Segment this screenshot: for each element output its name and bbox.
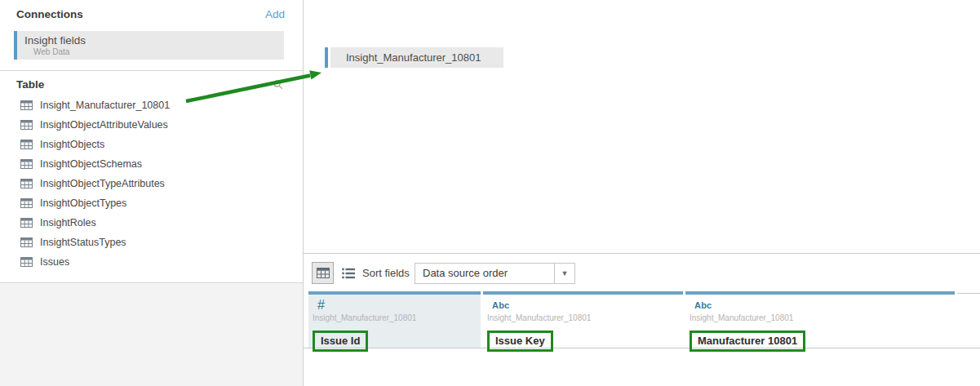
table-icon: [20, 120, 33, 130]
table-icon: [20, 198, 33, 208]
table-list-item[interactable]: InsightObjectTypeAttributes: [20, 174, 299, 193]
table-icon: [20, 100, 33, 110]
table-list-item[interactable]: InsightStatusTypes: [20, 233, 299, 252]
grid-header-row: # Insight_Manufacturer_10801 Issue Id Ab…: [304, 291, 980, 348]
grid-header-spacer: [957, 293, 980, 348]
sidebar-divider: [0, 70, 303, 71]
connections-title: Connections: [16, 8, 83, 20]
column-source: Insight_Manufacturer_10801: [690, 313, 955, 322]
column-source: Insight_Manufacturer_10801: [487, 313, 683, 322]
grid-toolbar: Sort fields Data source order ▼: [304, 254, 980, 291]
number-type-icon: #: [317, 299, 481, 312]
table-icon: [20, 218, 33, 228]
table-name: InsightObjectSchemas: [40, 158, 142, 170]
column-field-name-highlighted[interactable]: Manufacturer 10801: [690, 331, 805, 352]
table-name: InsightStatusTypes: [40, 237, 126, 248]
canvas-table-chip[interactable]: Insight_Manufacturer_10801: [330, 47, 503, 68]
table-list-item[interactable]: Issues: [20, 252, 299, 272]
data-preview-grid: # Insight_Manufacturer_10801 Issue Id Ab…: [304, 291, 980, 386]
table-icon: [20, 257, 33, 267]
connection-item-insight-fields[interactable]: Insight fields Web Data: [14, 31, 284, 60]
table-icon: [20, 179, 33, 189]
left-pane: Connections Add Insight fields Web Data …: [0, 0, 304, 386]
connection-accent-bar: [14, 31, 17, 60]
table-name: InsightObjects: [40, 139, 104, 150]
grid-view-icon: [317, 268, 330, 278]
column-header-issue-key[interactable]: Abc Insight_Manufacturer_10801 Issue Key: [483, 291, 683, 348]
column-field-name-highlighted[interactable]: Issue Key: [487, 331, 553, 352]
table-section-title: Table: [16, 78, 44, 91]
string-type-icon: Abc: [492, 299, 683, 312]
sort-order-dropdown[interactable]: Data source order ▼: [415, 263, 575, 284]
join-canvas: Insight_Manufacturer_10801: [304, 0, 980, 254]
column-field-name-highlighted[interactable]: Issue Id: [313, 331, 368, 352]
chevron-down-icon: ▼: [554, 264, 574, 283]
column-header-issue-id[interactable]: # Insight_Manufacturer_10801 Issue Id: [308, 291, 481, 348]
table-name: Issues: [40, 256, 69, 268]
table-list-item[interactable]: InsightObjectSchemas: [20, 154, 299, 174]
table-icon: [20, 159, 33, 169]
table-chip-accent-bar: [325, 47, 328, 68]
sort-fields-label: Sort fields: [362, 267, 410, 279]
table-list: Insight_Manufacturer_10801 InsightObject…: [20, 95, 299, 272]
add-connection-link[interactable]: Add: [265, 8, 285, 20]
grid-view-button[interactable]: [312, 262, 334, 284]
table-list-item[interactable]: InsightRoles: [20, 213, 299, 233]
table-name: InsightObjectTypes: [40, 197, 126, 209]
connection-type: Web Data: [33, 47, 69, 56]
string-type-icon: Abc: [694, 299, 955, 312]
table-name: InsightObjectAttributeValues: [40, 119, 168, 131]
table-icon: [20, 140, 33, 149]
table-name: Insight_Manufacturer_10801: [40, 100, 170, 111]
sort-order-value: Data source order: [423, 264, 508, 283]
table-name: InsightObjectTypeAttributes: [40, 178, 165, 189]
table-list-item[interactable]: InsightObjectAttributeValues: [20, 115, 299, 135]
table-list-item[interactable]: InsightObjectTypes: [20, 193, 299, 213]
column-source: Insight_Manufacturer_10801: [313, 313, 481, 322]
table-icon: [20, 237, 33, 247]
table-section-header: Table: [16, 78, 283, 91]
search-icon[interactable]: [273, 79, 283, 90]
list-view-icon: [342, 268, 355, 279]
table-list-item[interactable]: InsightObjects: [20, 135, 299, 154]
table-list-item[interactable]: Insight_Manufacturer_10801: [20, 95, 299, 115]
table-name: InsightRoles: [40, 217, 96, 228]
list-view-button[interactable]: [339, 264, 357, 282]
connections-header: Connections Add: [16, 8, 285, 20]
connection-name: Insight fields: [24, 34, 86, 47]
sidebar-bottom-panel: [0, 282, 303, 386]
column-header-manufacturer-10801[interactable]: Abc Insight_Manufacturer_10801 Manufactu…: [685, 291, 955, 348]
